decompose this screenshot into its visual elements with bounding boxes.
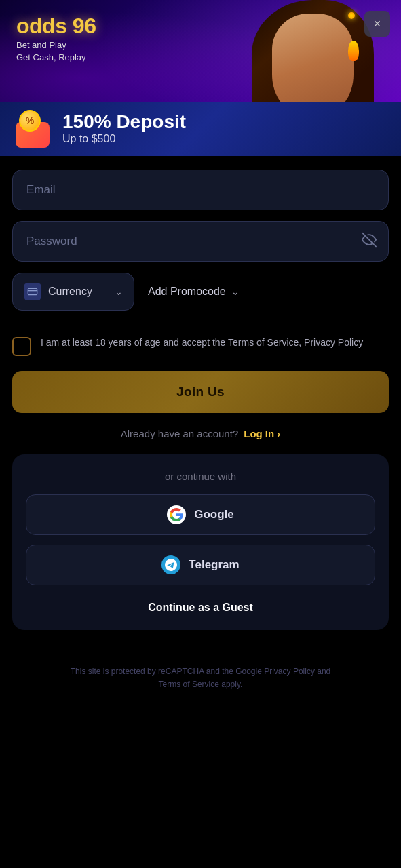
promo-title: 150% Deposit (62, 113, 387, 132)
already-have-account-text: Already have an account? (121, 428, 238, 439)
terms-checkbox-row: I am at least 18 years of age and accept… (12, 336, 389, 356)
login-link[interactable]: Log In › (244, 428, 280, 439)
join-button[interactable]: Join Us (12, 371, 389, 413)
google-label: Google (194, 508, 234, 521)
close-button[interactable]: × (364, 11, 390, 37)
brand-tagline: Bet and Play Get Cash, Replay (16, 39, 96, 64)
footer-privacy-link[interactable]: Privacy Policy (264, 667, 315, 676)
promo-coin: % (19, 110, 41, 132)
selectors-row: Currency ⌄ Add Promocode ⌄ (12, 273, 389, 311)
promo-subtitle: Up to $500 (62, 133, 387, 145)
promo-text-area: 150% Deposit Up to $500 (62, 113, 387, 145)
woman-earring (348, 41, 359, 61)
divider (12, 323, 389, 323)
footer-terms-link[interactable]: Terms of Service (159, 679, 219, 689)
promo-icon: % (14, 110, 52, 148)
footer-and: and (315, 667, 330, 676)
google-login-button[interactable]: Google (26, 494, 375, 535)
password-wrapper (12, 221, 389, 262)
brand-area: odds 96 Bet and Play Get Cash, Replay (16, 15, 96, 64)
login-row: Already have an account? Log In › (12, 428, 389, 439)
currency-label: Currency (48, 285, 108, 298)
telegram-login-button[interactable]: Telegram (26, 545, 375, 585)
guest-button[interactable]: Continue as a Guest (26, 595, 375, 614)
terms-checkbox[interactable] (12, 337, 31, 356)
currency-dropdown[interactable]: Currency ⌄ (12, 273, 134, 311)
login-arrow-icon: › (277, 428, 280, 439)
hero-banner: odds 96 Bet and Play Get Cash, Replay × … (0, 0, 401, 156)
terms-link[interactable]: Terms of Service (228, 337, 299, 348)
password-input[interactable] (12, 221, 389, 262)
social-container: or continue with Google Telegram (12, 454, 389, 630)
email-input[interactable] (12, 170, 389, 210)
woman-face (272, 14, 354, 115)
footer-text-before: This site is protected by reCAPTCHA and … (71, 667, 264, 676)
telegram-label: Telegram (189, 558, 239, 572)
or-continue-text: or continue with (26, 471, 375, 482)
brand-name: odds 96 (16, 15, 96, 37)
telegram-icon (161, 555, 180, 574)
login-label: Log In (244, 428, 274, 439)
currency-chevron-icon: ⌄ (115, 286, 123, 297)
add-promocode-label: Add Promocode (148, 285, 226, 298)
currency-icon (24, 283, 41, 300)
form-area: Currency ⌄ Add Promocode ⌄ I am at least… (0, 156, 401, 646)
add-promocode-button[interactable]: Add Promocode ⌄ (148, 285, 240, 298)
promo-banner: % 150% Deposit Up to $500 (0, 102, 401, 156)
promocode-chevron-icon: ⌄ (231, 286, 240, 297)
password-toggle-icon[interactable] (362, 233, 377, 251)
footer-apply: apply. (219, 679, 242, 689)
woman-jewelry (348, 12, 355, 19)
terms-text: I am at least 18 years of age and accept… (41, 336, 363, 350)
google-icon (167, 505, 186, 524)
svg-rect-1 (28, 288, 37, 294)
footer: This site is protected by reCAPTCHA and … (0, 646, 401, 707)
privacy-policy-link[interactable]: Privacy Policy (304, 337, 363, 348)
